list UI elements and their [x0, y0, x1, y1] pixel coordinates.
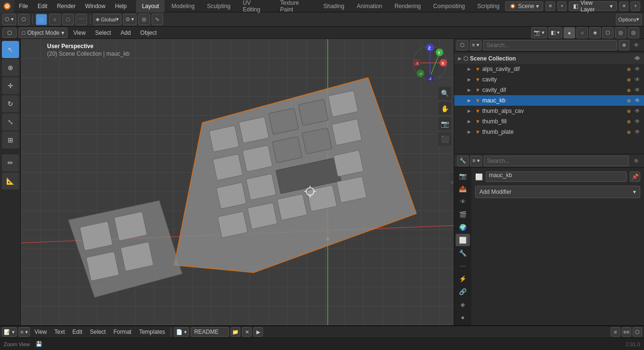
props-filter-btn[interactable]: ⊕ [631, 156, 641, 166]
sidebar-toggle[interactable]: ◁ [449, 173, 454, 192]
prop-object-btn[interactable]: ⬜ [456, 234, 470, 246]
tool-scale[interactable]: ⤡ [2, 113, 19, 130]
scene-add-btn[interactable]: + [557, 1, 567, 11]
view-layer-close-btn[interactable]: ✕ [619, 1, 629, 11]
viewport-header-icon[interactable]: ⬡ [2, 28, 17, 38]
proportional-edit-btn[interactable]: ◎ [138, 14, 150, 25]
view-layer-add-btn[interactable]: + [631, 1, 640, 11]
bb-editor-type-1[interactable]: 📝 ▾ [2, 327, 17, 337]
workspace-sculpting[interactable]: Sculpting [201, 0, 236, 12]
viewport-shading-solid[interactable]: ● [564, 27, 575, 39]
scene-close-btn[interactable]: ✕ [546, 1, 555, 11]
outliner-item-thumb-alps-cav[interactable]: ▶ ▼ thumb_alps_cav ⊕ 👁 [454, 106, 644, 116]
props-editor-type[interactable]: 🔧 [457, 156, 468, 166]
workspace-uv-editing[interactable]: UV Editing [237, 0, 274, 12]
viewport-camera-btn[interactable]: 📷 ▾ [531, 27, 547, 39]
scene-collection-row[interactable]: ▶ ⬡ Scene Collection 👁 [454, 53, 644, 64]
viewport-shading-material[interactable]: ○ [576, 27, 588, 39]
bb-edit-1[interactable]: Edit [69, 327, 85, 337]
workspace-animation[interactable]: Animation [351, 0, 388, 12]
prop-modifier-btn[interactable]: 🔧 [456, 247, 470, 259]
blender-logo[interactable] [0, 0, 14, 12]
outliner-content[interactable]: ▶ ⬡ Scene Collection 👁 ▶ ▼ alps_cavity_d… [454, 51, 644, 154]
viewport-overlays-btn[interactable]: ◎ [615, 27, 626, 39]
bb-view-1[interactable]: View [32, 327, 50, 337]
bb-icon-1a[interactable]: ≡ [611, 327, 620, 337]
header-add[interactable]: Add [117, 28, 134, 38]
bb-file-icon-1[interactable]: 📄 ▾ [174, 327, 189, 337]
prop-output-btn[interactable]: 📤 [456, 182, 470, 195]
obj-name-input[interactable]: mauc_kb [486, 171, 627, 182]
bb-close-1[interactable]: ✕ [242, 327, 252, 337]
bb-format-1[interactable]: Format [110, 327, 134, 337]
viewport-3d[interactable]: User Perspective (20) Scene Collection |… [21, 39, 454, 325]
select-box-btn[interactable]: □ [36, 14, 47, 25]
prop-material-btn[interactable]: ● [456, 311, 470, 323]
view-layer-selector[interactable]: ◧ View Layer ▾ [569, 1, 616, 11]
outliner-item-thumb-fill[interactable]: ▶ ▼ thumb_fill ⊕ 👁 [454, 116, 644, 127]
menu-window[interactable]: Window [80, 0, 110, 12]
proportional-type-btn[interactable]: ∿ [152, 14, 163, 25]
tool-annotate[interactable]: ✏ [2, 154, 19, 171]
viewport-display-btn[interactable]: ◧ ▾ [548, 27, 562, 39]
menu-file[interactable]: File [14, 0, 33, 12]
nav-gizmo[interactable]: X Y Z -X -Y -Z [411, 44, 449, 82]
mode-dropdown[interactable]: □ Object Mode ▾ [19, 28, 68, 38]
tool-move[interactable]: ✛ [2, 77, 19, 94]
header-select[interactable]: Select [91, 28, 115, 38]
bb-mode-1[interactable]: ≡ ▾ [19, 327, 29, 337]
header-object[interactable]: Object [137, 28, 161, 38]
menu-render[interactable]: Render [52, 0, 80, 12]
outliner-item-mauc-kb[interactable]: ▶ ▼ mauc_kb ⊕ 👁 [454, 95, 644, 106]
viewport-shading-rendered[interactable]: ◈ [589, 27, 601, 39]
workspace-scripting[interactable]: Scripting [472, 0, 506, 12]
prop-view-btn[interactable]: 👁 [456, 195, 470, 208]
overlays-btn[interactable]: ⬡ [18, 14, 29, 25]
workspace-modeling[interactable]: Modeling [166, 0, 200, 12]
prop-constraints-btn[interactable]: 🔗 [456, 285, 470, 298]
prop-particles-btn[interactable]: ⋯ [456, 260, 470, 272]
bb-folder-1[interactable]: 📁 [231, 327, 240, 337]
workspace-texture-paint[interactable]: Texture Paint [274, 0, 317, 12]
prop-physics-btn[interactable]: ⚡ [456, 272, 470, 285]
workspace-rendering[interactable]: Rendering [389, 0, 426, 12]
outliner-item-cavity[interactable]: ▶ ▼ cavity ⊕ 👁 [454, 74, 644, 85]
options-btn[interactable]: Options ▾ [616, 14, 642, 25]
bb-filename-readme[interactable]: README [191, 327, 229, 337]
tool-cursor[interactable]: ⊕ [2, 59, 19, 76]
outliner-editor-type[interactable]: ⬡ [457, 40, 468, 50]
menu-edit[interactable]: Edit [33, 0, 52, 12]
ortho-view-btn[interactable]: ⬛ [438, 132, 451, 146]
prop-data-btn[interactable]: ◈ [456, 298, 470, 310]
outliner-item-alps-cavity-dif[interactable]: ▶ ▼ alps_cavity_dif ⊕ 👁 [454, 64, 644, 74]
viewport-xray-btn[interactable]: ◎ [628, 27, 639, 39]
tool-select[interactable]: ↖ [2, 41, 19, 58]
select-more-btn[interactable]: ⋯ [76, 14, 87, 25]
outliner-item-cavity-dif[interactable]: ▶ ▼ cavity_dif ⊕ 👁 [454, 85, 644, 95]
tool-rotate[interactable]: ↻ [2, 95, 19, 112]
prop-scene-btn[interactable]: 🎬 [456, 208, 470, 220]
tool-transform[interactable]: ⊞ [2, 131, 19, 149]
bb-text-1[interactable]: Text [51, 327, 68, 337]
select-lasso-btn[interactable]: ◌ [62, 14, 74, 25]
scene-selector[interactable]: Scene ▾ [505, 1, 543, 11]
pin-btn[interactable]: 📌 [630, 171, 640, 182]
workspace-layout[interactable]: Layout [136, 0, 165, 12]
bb-play-1[interactable]: ▶ [254, 327, 263, 337]
editor-type-btn[interactable]: ⬡ ▾ [2, 14, 16, 25]
outliner-eye-btn[interactable]: 👁 [631, 40, 642, 50]
prop-world-btn[interactable]: 🌍 [456, 221, 470, 233]
outliner-item-thumb-plate[interactable]: ▶ ▼ thumb_plate ⊕ 👁 [454, 127, 644, 137]
bb-icon-1b[interactable]: ≡≡ [622, 327, 631, 337]
snap-btn[interactable]: ⊙ ▾ [123, 14, 137, 25]
transform-pivot-btn[interactable]: ◈ Global ▾ [93, 14, 121, 25]
select-circle-btn[interactable]: ○ [49, 14, 60, 25]
bb-templates-1[interactable]: Templates [136, 327, 168, 337]
pan-btn[interactable]: ✋ [438, 102, 451, 115]
bb-icon-1c[interactable]: ⬡ [633, 327, 642, 337]
outliner-search[interactable] [483, 40, 617, 50]
props-search[interactable] [484, 156, 629, 166]
add-modifier-btn[interactable]: Add Modifier ▾ [475, 186, 640, 198]
prop-render-btn[interactable]: 📷 [456, 170, 470, 182]
workspace-shading[interactable]: Shading [318, 0, 350, 12]
